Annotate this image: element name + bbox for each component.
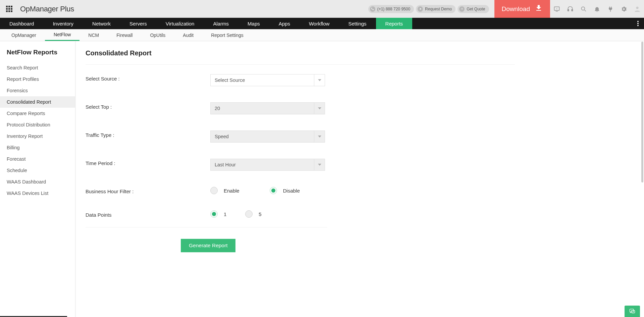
demo-icon xyxy=(418,6,423,12)
svg-text:$: $ xyxy=(461,8,463,10)
subnav-opmanager[interactable]: OpManager xyxy=(3,29,45,41)
sidebar-item-protocol-distribution[interactable]: Protocol Distribution xyxy=(0,119,75,130)
header-right: (+1) 888 720 9500 Request Demo $ Get Quo… xyxy=(368,0,644,18)
sidebar: NetFlow Reports Search ReportReport Prof… xyxy=(0,41,75,317)
sidebar-item-forecast[interactable]: Forecast xyxy=(0,153,75,165)
radio-label-enable: Enable xyxy=(224,188,239,194)
subnav-oputils[interactable]: OpUtils xyxy=(141,29,174,41)
nav-settings[interactable]: Settings xyxy=(339,18,376,29)
nav-servers[interactable]: Servers xyxy=(120,18,156,29)
page-title: Consolidated Report xyxy=(86,49,515,57)
svg-point-16 xyxy=(637,23,639,24)
subnav-ncm[interactable]: NCM xyxy=(79,29,108,41)
header-icons xyxy=(550,0,644,18)
row-data-points: Data Points 1 5 xyxy=(86,210,515,218)
time-period-dropdown[interactable]: Last Hour xyxy=(210,159,325,171)
generate-report-button[interactable]: Generate Report xyxy=(181,239,235,252)
user-avatar-icon[interactable] xyxy=(631,5,644,13)
row-select-source: Select Source : Select Source xyxy=(86,74,515,86)
bh-radio-group: Enable Disable xyxy=(210,187,325,194)
nav-more-icon[interactable] xyxy=(635,18,641,29)
nav-alarms[interactable]: Alarms xyxy=(204,18,238,29)
download-button[interactable]: Download xyxy=(494,0,550,18)
nav-inventory[interactable]: Inventory xyxy=(43,18,83,29)
phone-icon xyxy=(370,6,375,12)
svg-rect-6 xyxy=(6,10,8,12)
traffic-type-dropdown[interactable]: Speed xyxy=(210,130,325,143)
row-bh-filter: Business Hour Filter : Enable Disable xyxy=(86,187,515,194)
body-wrap: NetFlow Reports Search ReportReport Prof… xyxy=(0,41,644,317)
select-source-value: Select Source xyxy=(215,77,245,83)
radio-label-disable: Disable xyxy=(283,188,300,194)
nav-maps[interactable]: Maps xyxy=(238,18,269,29)
scrollbar-thumb[interactable] xyxy=(641,42,643,182)
phone-pill[interactable]: (+1) 888 720 9500 xyxy=(368,5,414,13)
scrollbar[interactable] xyxy=(641,42,644,317)
sub-nav: OpManagerNetFlowNCMFirewallOpUtilsAuditR… xyxy=(0,29,644,41)
svg-rect-3 xyxy=(6,8,8,10)
get-quote-pill[interactable]: $ Get Quote xyxy=(458,5,489,13)
sidebar-item-report-profiles[interactable]: Report Profiles xyxy=(0,73,75,85)
radio-dot xyxy=(210,187,218,194)
bell-icon[interactable] xyxy=(590,6,604,12)
radio-label-1: 1 xyxy=(224,211,226,217)
nav-virtualization[interactable]: Virtualization xyxy=(156,18,204,29)
radio-bh-disable[interactable]: Disable xyxy=(270,187,300,194)
sidebar-item-compare-reports[interactable]: Compare Reports xyxy=(0,108,75,119)
label-traffic-type: Traffic Type : xyxy=(86,130,210,138)
nav-dashboard[interactable]: Dashboard xyxy=(0,18,43,29)
sidebar-item-forensics[interactable]: Forensics xyxy=(0,85,75,96)
request-demo-text: Request Demo xyxy=(425,7,452,11)
request-demo-pill[interactable]: Request Demo xyxy=(416,5,455,13)
sidebar-item-schedule[interactable]: Schedule xyxy=(0,165,75,176)
radio-dp-1[interactable]: 1 xyxy=(210,210,226,218)
label-bh-filter: Business Hour Filter : xyxy=(86,187,210,194)
nav-network[interactable]: Network xyxy=(83,18,120,29)
download-icon xyxy=(535,4,543,14)
chat-fab[interactable] xyxy=(625,306,640,317)
nav-workflow[interactable]: Workflow xyxy=(300,18,339,29)
time-period-value: Last Hour xyxy=(215,162,236,167)
nav-reports[interactable]: Reports xyxy=(376,18,413,29)
svg-point-15 xyxy=(637,21,639,22)
label-select-source: Select Source : xyxy=(86,74,210,82)
select-source-dropdown[interactable]: Select Source xyxy=(210,74,325,86)
row-traffic-type: Traffic Type : Speed xyxy=(86,130,515,143)
sidebar-list: Search ReportReport ProfilesForensicsCon… xyxy=(0,62,75,199)
get-quote-text: Get Quote xyxy=(467,7,485,11)
subnav-firewall[interactable]: Firewall xyxy=(108,29,141,41)
monitor-icon[interactable] xyxy=(550,6,564,12)
sidebar-item-search-report[interactable]: Search Report xyxy=(0,62,75,73)
phone-text: (+1) 888 720 9500 xyxy=(377,7,410,11)
svg-point-13 xyxy=(581,7,585,10)
subnav-audit[interactable]: Audit xyxy=(174,29,202,41)
label-time-period: Time Period : xyxy=(86,159,210,166)
svg-rect-4 xyxy=(8,8,10,10)
select-top-dropdown[interactable]: 20 xyxy=(210,102,325,114)
radio-dot xyxy=(245,210,253,218)
radio-dp-5[interactable]: 5 xyxy=(245,210,261,218)
headset-icon[interactable] xyxy=(564,6,577,12)
sidebar-item-billing[interactable]: Billing xyxy=(0,142,75,153)
radio-bh-enable[interactable]: Enable xyxy=(210,187,239,194)
sidebar-item-consolidated-report[interactable]: Consolidated Report xyxy=(0,96,75,108)
svg-rect-11 xyxy=(568,9,569,11)
label-data-points: Data Points xyxy=(86,210,210,218)
chevron-down-icon xyxy=(314,74,325,86)
label-select-top: Select Top : xyxy=(86,102,210,110)
svg-rect-0 xyxy=(6,6,8,7)
nav-apps[interactable]: Apps xyxy=(269,18,300,29)
plug-icon[interactable] xyxy=(604,6,617,12)
sidebar-item-inventory-report[interactable]: Inventory Report xyxy=(0,130,75,142)
svg-rect-1 xyxy=(8,6,10,7)
chevron-down-icon xyxy=(314,103,325,114)
search-icon[interactable] xyxy=(577,6,590,12)
subnav-netflow[interactable]: NetFlow xyxy=(45,29,79,41)
content: Consolidated Report Select Source : Sele… xyxy=(75,41,644,317)
gear-icon[interactable] xyxy=(617,6,631,12)
sidebar-item-waas-dashboard[interactable]: WAAS Dashboard xyxy=(0,176,75,188)
apps-grid-icon[interactable] xyxy=(6,6,13,12)
subnav-report-settings[interactable]: Report Settings xyxy=(202,29,252,41)
sidebar-item-waas-devices-list[interactable]: WAAS Devices List xyxy=(0,188,75,199)
chevron-down-icon xyxy=(314,159,325,170)
